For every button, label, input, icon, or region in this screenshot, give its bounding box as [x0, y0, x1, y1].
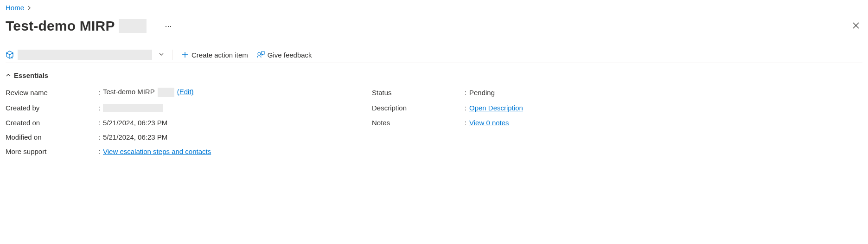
give-feedback-button[interactable]: Give feedback: [256, 51, 312, 59]
kv-review-name: Review name : Test-demo MIRP (Edit): [6, 88, 353, 97]
chevron-up-icon: [6, 72, 11, 79]
page-title: Test-demo MIRP: [6, 18, 115, 34]
edit-review-name-link[interactable]: (Edit): [177, 88, 194, 96]
more-actions-button[interactable]: ···: [161, 20, 176, 32]
more-support-key: More support: [6, 148, 98, 155]
essentials-toggle[interactable]: Essentials: [6, 71, 862, 79]
open-description-link[interactable]: Open Description: [469, 104, 523, 112]
kv-status: Status : Pending: [372, 88, 720, 97]
cube-icon: [6, 51, 14, 59]
redacted-created-by: [103, 104, 163, 112]
breadcrumb-home[interactable]: Home: [6, 4, 24, 12]
description-key: Description: [372, 104, 465, 112]
feedback-icon: [256, 51, 265, 59]
essentials-label: Essentials: [14, 71, 48, 79]
kv-modified-on: Modified on : 5/21/2024, 06:23 PM: [6, 133, 353, 141]
created-by-key: Created by: [6, 104, 98, 112]
notes-key: Notes: [372, 119, 465, 127]
plus-icon: [181, 51, 189, 58]
redacted-resource-name: [18, 50, 152, 60]
review-name-value: Test-demo MIRP (Edit): [103, 88, 353, 97]
status-key: Status: [372, 89, 465, 96]
kv-created-on: Created on : 5/21/2024, 06:23 PM: [6, 119, 353, 127]
redacted-review-suffix: [158, 88, 174, 97]
kv-more-support: More support : View escalation steps and…: [6, 148, 353, 155]
created-by-value: [103, 103, 353, 112]
chevron-down-icon: [156, 51, 164, 58]
title-row: Test-demo MIRP ···: [6, 18, 862, 34]
svg-point-0: [258, 52, 261, 55]
created-on-key: Created on: [6, 119, 98, 127]
essentials-grid: Review name : Test-demo MIRP (Edit) Stat…: [6, 88, 720, 155]
redacted-title-suffix: [119, 19, 147, 33]
review-name-text: Test-demo MIRP: [103, 88, 154, 96]
breadcrumb: Home: [6, 4, 862, 12]
more-support-link[interactable]: View escalation steps and contacts: [103, 148, 211, 155]
review-name-key: Review name: [6, 89, 98, 96]
create-action-item-label: Create action item: [191, 51, 248, 59]
kv-description: Description : Open Description: [372, 103, 720, 112]
view-notes-link[interactable]: View 0 notes: [469, 119, 509, 127]
give-feedback-label: Give feedback: [268, 51, 312, 59]
toolbar: Create action item Give feedback: [6, 47, 862, 63]
status-value: Pending: [469, 89, 720, 96]
chevron-right-icon: [27, 4, 32, 12]
kv-created-by: Created by :: [6, 103, 353, 112]
kv-notes: Notes : View 0 notes: [372, 119, 720, 127]
modified-on-value: 5/21/2024, 06:23 PM: [103, 133, 353, 141]
resource-picker[interactable]: [6, 50, 173, 60]
close-button[interactable]: [849, 19, 862, 33]
created-on-value: 5/21/2024, 06:23 PM: [103, 119, 353, 127]
create-action-item-button[interactable]: Create action item: [181, 51, 248, 59]
modified-on-key: Modified on: [6, 133, 98, 141]
